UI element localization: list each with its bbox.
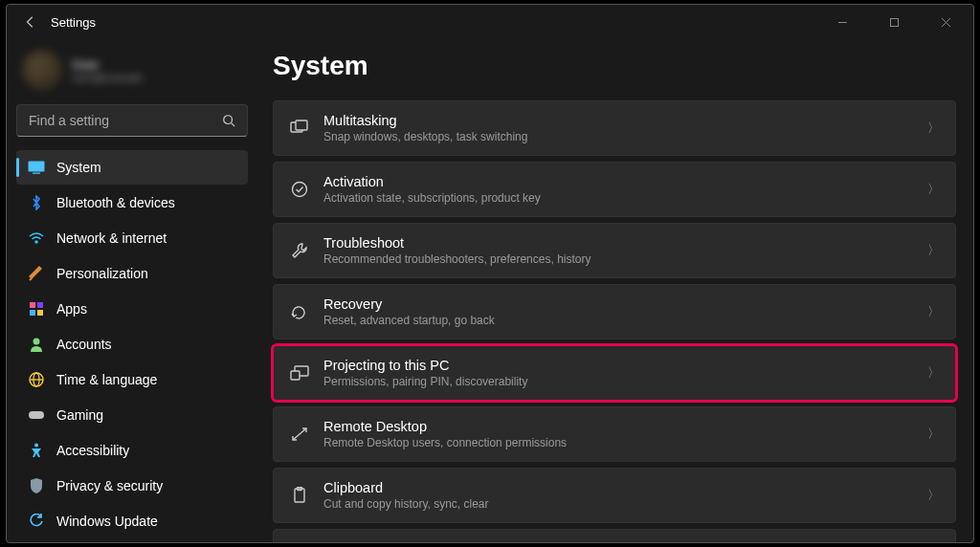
page-title: System [273, 51, 956, 81]
sidebar-item-label: Accessibility [56, 443, 129, 458]
remote-icon [289, 424, 310, 445]
chevron-right-icon: 〉 [927, 120, 940, 137]
recovery-icon [289, 301, 310, 322]
gamepad-icon [28, 406, 45, 424]
item-sub: Reset, advanced startup, go back [323, 314, 920, 327]
sidebar-item-label: Gaming [56, 407, 103, 423]
svg-rect-11 [30, 310, 35, 316]
close-button[interactable] [924, 8, 968, 36]
sidebar-item-label: Bluetooth & devices [56, 195, 175, 210]
item-sub: Recommended troubleshooters, preferences… [323, 252, 920, 266]
item-title: Remote Desktop [323, 419, 920, 434]
sidebar-item-label: Apps [56, 301, 87, 317]
item-title: Activation [323, 174, 920, 189]
sidebar-item-personalization[interactable]: Personalization [16, 256, 248, 291]
account-area[interactable]: User user@example [16, 43, 248, 97]
apps-icon [28, 300, 45, 317]
item-sub: Activation state, subscriptions, product… [323, 191, 920, 205]
item-troubleshoot[interactable]: Troubleshoot Recommended troubleshooters… [273, 223, 956, 278]
main-content: System Multitasking Snap windows, deskto… [256, 39, 973, 542]
refresh-icon [28, 513, 45, 530]
multitask-icon [289, 118, 310, 139]
item-projecting-to-this-pc[interactable]: Projecting to this PC Permissions, pairi… [273, 345, 956, 401]
avatar [22, 50, 62, 90]
sidebar-item-accessibility[interactable]: Accessibility [16, 433, 248, 468]
account-sub: user@example [72, 72, 143, 83]
item-clipboard[interactable]: Clipboard Cut and copy history, sync, cl… [273, 468, 956, 523]
svg-rect-17 [29, 411, 44, 419]
svg-rect-9 [30, 302, 35, 308]
shield-icon [28, 477, 45, 494]
svg-line-5 [232, 123, 235, 127]
svg-rect-23 [291, 371, 300, 380]
sidebar-item-apps[interactable]: Apps [16, 292, 248, 326]
svg-point-21 [293, 183, 307, 197]
item-sub: Permissions, pairing PIN, discoverabilit… [323, 375, 920, 388]
project-icon [289, 362, 310, 383]
item-title: About [323, 541, 920, 542]
svg-rect-1 [890, 18, 898, 26]
sidebar-item-windows-update[interactable]: Windows Update [16, 504, 248, 538]
chevron-right-icon: 〉 [927, 303, 940, 320]
minimize-button[interactable] [820, 8, 864, 36]
item-activation[interactable]: Activation Activation state, subscriptio… [273, 162, 956, 217]
sidebar-item-bluetooth[interactable]: Bluetooth & devices [16, 186, 248, 220]
system-icon [28, 159, 45, 176]
svg-point-4 [224, 116, 233, 124]
item-title: Clipboard [323, 480, 920, 495]
sidebar-item-time-language[interactable]: Time & language [16, 362, 248, 397]
svg-rect-12 [37, 310, 43, 316]
wifi-icon [28, 230, 45, 247]
check-circle-icon [289, 179, 310, 200]
sidebar-item-network[interactable]: Network & internet [16, 221, 248, 255]
item-sub: Cut and copy history, sync, clear [323, 497, 920, 511]
item-sub: Snap windows, desktops, task switching [323, 130, 920, 143]
chevron-right-icon: 〉 [927, 364, 940, 382]
sidebar-item-label: Windows Update [56, 514, 158, 529]
account-name: User [72, 57, 143, 72]
sidebar-item-gaming[interactable]: Gaming [16, 398, 248, 432]
sidebar-item-accounts[interactable]: Accounts [16, 327, 248, 361]
sidebar-item-label: Network & internet [56, 230, 167, 246]
item-multitasking[interactable]: Multitasking Snap windows, desktops, tas… [273, 100, 956, 156]
search-input[interactable] [29, 113, 214, 128]
sidebar-item-system[interactable]: System [16, 150, 248, 185]
svg-rect-20 [296, 120, 307, 130]
item-title: Recovery [323, 296, 920, 312]
svg-point-8 [35, 241, 37, 243]
sidebar-item-privacy[interactable]: Privacy & security [16, 469, 248, 503]
wrench-icon [289, 240, 310, 261]
clipboard-icon [289, 485, 310, 506]
chevron-right-icon: 〉 [927, 487, 940, 504]
person-icon [28, 336, 45, 353]
nav-list: System Bluetooth & devices Network & int… [16, 150, 248, 538]
globe-icon [28, 371, 45, 388]
item-title: Projecting to this PC [323, 358, 920, 373]
item-recovery[interactable]: Recovery Reset, advanced startup, go bac… [273, 284, 956, 339]
svg-rect-7 [33, 173, 40, 174]
item-title: Multitasking [323, 113, 920, 128]
accessibility-icon [28, 442, 45, 459]
svg-rect-6 [29, 162, 45, 172]
sidebar: User user@example System [7, 39, 256, 542]
window-title: Settings [51, 15, 96, 30]
sidebar-item-label: System [56, 160, 101, 175]
svg-rect-10 [37, 302, 43, 308]
search-box[interactable] [16, 104, 248, 137]
item-remote-desktop[interactable]: Remote Desktop Remote Desktop users, con… [273, 406, 956, 462]
sidebar-item-label: Time & language [56, 372, 157, 387]
back-arrow-icon[interactable] [24, 15, 37, 29]
svg-point-18 [34, 444, 38, 448]
chevron-right-icon: 〉 [927, 242, 940, 259]
settings-list: Multitasking Snap windows, desktops, tas… [273, 100, 956, 542]
chevron-right-icon: 〉 [927, 426, 940, 443]
search-icon [222, 114, 235, 127]
sidebar-item-label: Personalization [56, 266, 148, 281]
paintbrush-icon [28, 265, 45, 282]
svg-point-13 [33, 339, 40, 345]
maximize-button[interactable] [872, 8, 916, 36]
item-sub: Remote Desktop users, connection permiss… [323, 436, 920, 449]
chevron-right-icon: 〉 [927, 181, 940, 198]
bluetooth-icon [28, 194, 45, 211]
item-about[interactable]: About Device specifications, rename PC, … [273, 529, 956, 542]
